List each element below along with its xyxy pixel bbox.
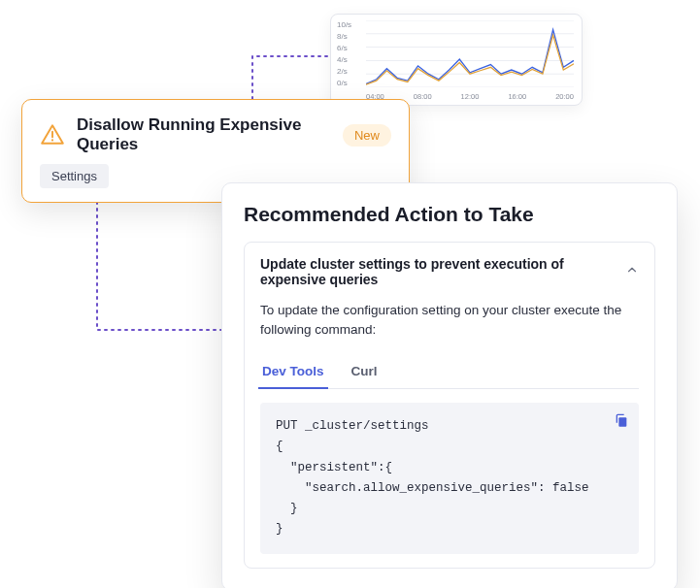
new-badge: New [343, 124, 391, 147]
code-block: PUT _cluster/settings { "persistent":{ "… [260, 403, 639, 554]
warning-icon [40, 122, 65, 147]
code-content: PUT _cluster/settings { "persistent":{ "… [276, 419, 589, 536]
accordion-panel: Update cluster settings to prevent execu… [244, 242, 655, 569]
svg-point-7 [51, 139, 53, 141]
chevron-up-icon [625, 263, 639, 280]
copy-icon[interactable] [614, 412, 629, 436]
chart-plot-area [366, 20, 574, 87]
accordion-title: Update cluster settings to prevent execu… [260, 256, 616, 287]
tab-dev-tools[interactable]: Dev Tools [260, 356, 326, 388]
alert-title: Disallow Running Expensive Queries [77, 115, 331, 154]
svg-rect-8 [618, 417, 626, 426]
chart-y-axis: 10/s 8/s 6/s 4/s 2/s 0/s [337, 20, 364, 87]
accordion-header[interactable]: Update cluster settings to prevent execu… [260, 256, 639, 287]
recommendation-title: Recommended Action to Take [244, 203, 655, 226]
code-tabs: Dev Tools Curl [260, 356, 639, 389]
metrics-chart-card: 10/s 8/s 6/s 4/s 2/s 0/s 04:00 08:00 12:… [330, 14, 583, 106]
accordion-description: To update the configuration setting on y… [260, 301, 639, 339]
settings-chip[interactable]: Settings [40, 164, 109, 188]
tab-curl[interactable]: Curl [350, 356, 380, 388]
recommendation-card: Recommended Action to Take Update cluste… [221, 182, 678, 588]
